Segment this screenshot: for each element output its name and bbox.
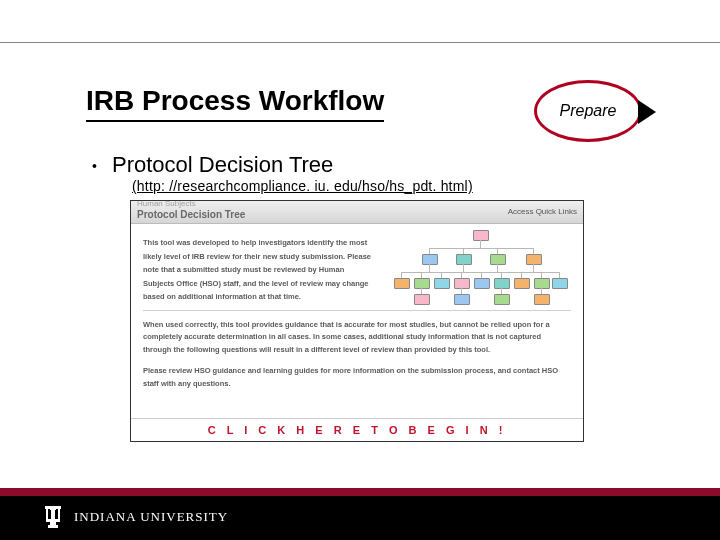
tree-node [454, 278, 470, 289]
footer-university-name: INDIANA UNIVERSITY [74, 509, 228, 525]
tree-node [454, 294, 470, 305]
tree-line [480, 240, 481, 248]
tree-node [474, 278, 490, 289]
tree-node [534, 294, 550, 305]
bullet-link[interactable]: (http: //researchcompliance. iu. edu/hso… [132, 178, 473, 194]
tree-node [394, 278, 410, 289]
begin-button[interactable]: C L I C K H E R E T O B E G I N ! [131, 418, 583, 441]
screenshot-para-3: Please review HSO guidance and learning … [143, 365, 563, 391]
tree-node [414, 294, 430, 305]
screenshot-header-title: Protocol Decision Tree [137, 209, 245, 220]
top-divider [0, 42, 720, 43]
screenshot-para-1: This tool was developed to help investig… [143, 236, 373, 304]
tree-line [463, 264, 464, 272]
page-title: IRB Process Workflow [86, 85, 384, 122]
footer-brand: INDIANA UNIVERSITY [42, 504, 228, 530]
stage-label: Prepare [534, 80, 642, 142]
footer: INDIANA UNIVERSITY [0, 496, 720, 540]
tree-node [473, 230, 489, 241]
footer-accent-bar [0, 488, 720, 496]
tree-node [456, 254, 472, 265]
screenshot-panel: Human Subjects Protocol Decision Tree Ac… [130, 200, 584, 442]
screenshot-para-2: When used correctly, this tool provides … [143, 319, 563, 357]
screenshot-quick-links[interactable]: Access Quick Links [508, 207, 577, 216]
tree-node [552, 278, 568, 289]
tree-node [494, 294, 510, 305]
tree-node [494, 278, 510, 289]
screenshot-header: Human Subjects Protocol Decision Tree Ac… [131, 201, 583, 224]
decision-tree-graphic [393, 230, 569, 320]
tree-node [490, 254, 506, 265]
slide: IRB Process Workflow Prepare • Protocol … [0, 0, 720, 540]
tree-node [434, 278, 450, 289]
tree-node [526, 254, 542, 265]
screenshot-header-small: Human Subjects [137, 199, 196, 208]
tree-node [514, 278, 530, 289]
tree-line [401, 272, 559, 273]
tree-line [533, 264, 534, 272]
bullet-marker: • [92, 158, 97, 174]
tree-node [534, 278, 550, 289]
tree-node [414, 278, 430, 289]
screenshot-body: This tool was developed to help investig… [131, 224, 583, 434]
bullet-heading: Protocol Decision Tree [112, 152, 333, 178]
tree-node [422, 254, 438, 265]
tree-line [497, 264, 498, 272]
tree-line [429, 264, 430, 272]
stage-oval: Prepare [534, 80, 642, 142]
arrow-right-icon [638, 100, 656, 124]
tree-line [429, 248, 533, 249]
iu-trident-icon [42, 504, 64, 530]
